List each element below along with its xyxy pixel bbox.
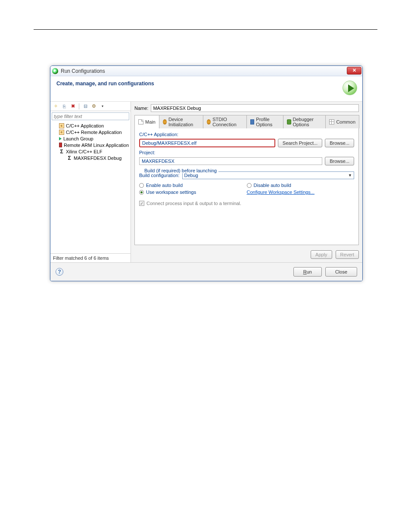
disable-auto-build-radio[interactable]: Disable auto build [247, 183, 355, 188]
tab-stdio[interactable]: STDIO Connection [203, 115, 247, 128]
tab-common[interactable]: Common [325, 115, 359, 128]
radio-label: Use workspace settings [146, 190, 196, 195]
tab-profile[interactable]: Profile Options [246, 115, 283, 128]
close-button[interactable]: Close [325, 267, 357, 277]
left-toolbar: ✧ ⎘ ✖ ⊟ ⚙ ▾ [50, 102, 131, 111]
tree-item-c-app[interactable]: c C/C++ Application [53, 122, 129, 129]
sigma-icon: Σ [67, 155, 72, 161]
toolbar-dropdown-icon[interactable]: ▾ [99, 103, 106, 110]
search-project-button[interactable]: Search Project... [278, 139, 322, 147]
radio-dot-icon [140, 191, 143, 193]
bug-icon [287, 119, 291, 124]
c-app-icon: c [59, 123, 64, 128]
gear-icon [163, 119, 167, 124]
app-path-input[interactable] [139, 139, 275, 147]
tab-device-init[interactable]: Device Initialization [159, 115, 203, 128]
build-legend: Build (if required) before launching [143, 168, 218, 173]
apply-button[interactable]: Apply [311, 250, 332, 259]
window-close-button[interactable]: ✕ [347, 67, 361, 75]
profile-icon [250, 119, 255, 124]
tab-label: Main [145, 119, 156, 124]
tab-debugger[interactable]: Debugger Options [283, 115, 326, 128]
left-panel: ✧ ⎘ ✖ ⊟ ⚙ ▾ c C/C++ Application c C/C++ … [50, 102, 131, 262]
tree-label: C/C++ Application [66, 123, 104, 128]
tab-label: Common [336, 119, 355, 124]
tree-item-maxrefdesx-debug[interactable]: Σ MAXREFDESX Debug [53, 155, 129, 161]
name-label: Name: [134, 106, 148, 111]
checkbox-label: Connect process input & output to a term… [146, 201, 241, 206]
name-field[interactable] [151, 104, 359, 112]
tree-item-xilinx-elf[interactable]: Σ Xilinx C/C++ ELF [53, 148, 129, 155]
tree-label: Xilinx C/C++ ELF [66, 149, 102, 154]
browse-button[interactable]: Browse... [325, 139, 354, 147]
project-label: Project: [139, 150, 354, 155]
radio-label: Enable auto build [146, 183, 183, 188]
page-top-rule [34, 29, 377, 30]
filter-status: Filter matched 6 of 6 items [50, 253, 131, 262]
configure-workspace-link-row: Configure Workspace Settings... [247, 190, 355, 195]
remote-arm-icon [59, 143, 62, 147]
tabstrip: Main Device Initialization STDIO Connect… [134, 115, 359, 128]
titlebar[interactable]: Run Configurations ✕ [50, 66, 362, 76]
tree-label: Remote ARM Linux Application [64, 143, 129, 148]
tree-label: C/C++ Remote Application [66, 130, 122, 135]
tab-label: Profile Options [256, 117, 280, 127]
right-panel: Name: Main Device Initialization STDIO C… [131, 102, 362, 262]
dialog-footer: ? Run Close [50, 262, 362, 281]
spacer [139, 206, 354, 236]
c-app-icon: c [59, 130, 64, 135]
tab-label: Device Initialization [168, 117, 199, 127]
tree-item-launch-group[interactable]: Launch Group [53, 135, 129, 142]
app-row: Search Project... Browse... [139, 139, 354, 147]
name-row: Name: [134, 104, 359, 112]
use-workspace-radio[interactable]: Use workspace settings [139, 190, 247, 195]
run-configurations-dialog: Run Configurations ✕ Create, manage, and… [50, 65, 363, 281]
file-icon [138, 119, 143, 124]
config-tree: c C/C++ Application c C/C++ Remote Appli… [50, 121, 131, 253]
filter-input[interactable] [52, 112, 129, 120]
tree-label: MAXREFDESX Debug [74, 156, 121, 161]
main-tab-body: C/C++ Application: Search Project... Bro… [134, 128, 359, 245]
build-config-label: Build configuration: [139, 173, 180, 178]
launch-group-icon [59, 137, 62, 140]
chevron-down-icon: ▼ [348, 173, 352, 177]
tab-main[interactable]: Main [134, 115, 159, 128]
tree-label: Launch Group [63, 136, 93, 141]
sigma-icon: Σ [59, 149, 64, 155]
app-label: C/C++ Application: [139, 132, 354, 137]
toolbar-separator [79, 103, 79, 109]
grid-icon [329, 119, 334, 124]
run-label-rest: un [307, 269, 312, 274]
footer-buttons: Run Close [293, 267, 357, 277]
connect-terminal-row[interactable]: ✓ Connect process input & output to a te… [139, 201, 354, 206]
header-title: Create, manage, and run configurations [56, 81, 154, 87]
filter-button[interactable]: ⚙ [90, 103, 97, 110]
run-button[interactable]: Run [293, 267, 322, 277]
configure-workspace-link[interactable]: Configure Workspace Settings... [247, 190, 315, 195]
radio-label: Disable auto build [254, 183, 291, 188]
apply-revert-row: Apply Revert [134, 245, 359, 259]
enable-auto-build-radio[interactable]: Enable auto build [139, 183, 247, 188]
build-group: Build (if required) before launching Bui… [139, 171, 354, 195]
new-config-button[interactable]: ✧ [52, 103, 59, 110]
run-icon [52, 68, 58, 74]
duplicate-config-button[interactable]: ⎘ [61, 103, 68, 110]
radio-icon [247, 183, 252, 188]
tree-item-c-remote-app[interactable]: c C/C++ Remote Application [53, 129, 129, 135]
dialog-body: ✧ ⎘ ✖ ⊟ ⚙ ▾ c C/C++ Application c C/C++ … [50, 102, 362, 262]
checkbox-icon: ✓ [139, 201, 144, 206]
collapse-all-button[interactable]: ⊟ [82, 103, 89, 110]
radio-icon [139, 183, 144, 188]
play-icon [342, 81, 357, 95]
project-row: Browse... [139, 157, 354, 165]
gear-icon [207, 119, 211, 124]
window-title: Run Configurations [61, 68, 105, 74]
help-button[interactable]: ? [56, 268, 63, 276]
delete-config-button[interactable]: ✖ [69, 103, 76, 110]
tree-item-remote-arm[interactable]: Remote ARM Linux Application [53, 142, 129, 148]
revert-button[interactable]: Revert [336, 250, 359, 259]
project-input[interactable] [139, 157, 322, 165]
auto-build-radios: Enable auto build Disable auto build Use… [139, 183, 354, 195]
radio-icon [139, 190, 144, 195]
browse-project-button[interactable]: Browse... [325, 157, 354, 165]
